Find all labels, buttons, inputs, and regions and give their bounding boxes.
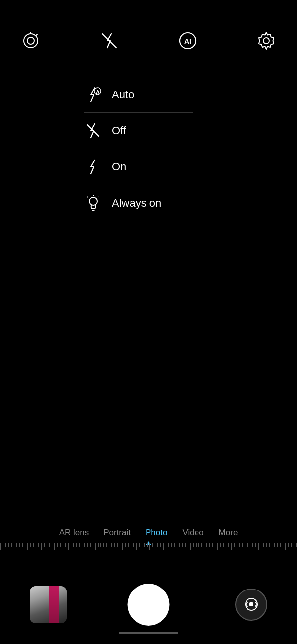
- tick: [95, 543, 96, 550]
- tick: [263, 543, 264, 547]
- svg-text:A: A: [96, 89, 99, 94]
- flip-camera-button[interactable]: [235, 589, 267, 621]
- tab-video[interactable]: Video: [182, 528, 203, 537]
- tick: [0, 543, 0, 550]
- tick: [163, 543, 163, 550]
- tick: [90, 543, 90, 547]
- tick: [133, 543, 134, 547]
- tick: [68, 543, 68, 550]
- tick: [111, 543, 112, 547]
- settings-icon[interactable]: [255, 30, 277, 52]
- tick: [215, 543, 215, 547]
- tick: [25, 543, 25, 547]
- tick: [152, 543, 152, 547]
- ai-icon[interactable]: AI: [177, 30, 198, 52]
- tick: [226, 543, 226, 547]
- flash-off-icon-topbar[interactable]: [99, 30, 120, 52]
- tick: [82, 543, 82, 550]
- ruler: // Generate ticks via JS (function() { c…: [0, 543, 297, 552]
- home-indicator: [119, 632, 178, 634]
- tick: [84, 543, 85, 547]
- thumbnail-preview: [30, 586, 67, 623]
- tick: [201, 543, 201, 547]
- tick: [258, 543, 258, 550]
- tab-more[interactable]: More: [219, 528, 238, 537]
- tick: [19, 543, 20, 547]
- tick: [166, 543, 166, 547]
- tick: [234, 543, 234, 547]
- tick: [27, 543, 28, 550]
- tick: [185, 543, 185, 547]
- tick: [44, 543, 44, 547]
- tick: [144, 543, 145, 547]
- tick: [30, 543, 31, 547]
- tick: [245, 543, 245, 550]
- tick: [280, 543, 280, 547]
- tick: [65, 543, 66, 547]
- tick: [106, 543, 106, 547]
- tick: [272, 543, 272, 550]
- tick: [212, 543, 212, 547]
- flash-off-menu-icon: [84, 122, 102, 140]
- tick: [38, 543, 39, 547]
- shutter-button[interactable]: [128, 584, 170, 626]
- tick: [190, 543, 191, 550]
- shutter-inner: [131, 587, 166, 622]
- flash-off-label: Off: [112, 124, 126, 137]
- flash-auto-icon: A A: [84, 86, 102, 104]
- tick: [33, 543, 33, 547]
- tick: [147, 543, 148, 547]
- tick: [122, 543, 123, 550]
- lens-icon[interactable]: [20, 30, 42, 52]
- tick: [5, 543, 6, 547]
- tick: [60, 543, 60, 547]
- tick: [288, 543, 289, 547]
- flash-always-on-option[interactable]: Always on: [84, 185, 193, 221]
- flash-on-icon: [84, 158, 102, 176]
- tick: [217, 543, 218, 550]
- tick: [296, 543, 297, 547]
- flash-auto-option[interactable]: A A Auto: [84, 77, 193, 113]
- tick: [120, 543, 120, 547]
- flash-menu: A A Auto Off On: [84, 77, 193, 221]
- tick: [198, 543, 199, 547]
- tick: [114, 543, 115, 547]
- tick: [261, 543, 261, 547]
- tick: [109, 543, 109, 550]
- flash-auto-label: Auto: [112, 88, 134, 101]
- flash-always-on-label: Always on: [112, 197, 161, 210]
- tick: [255, 543, 256, 547]
- tab-portrait[interactable]: Portrait: [103, 528, 131, 537]
- tick: [47, 543, 47, 547]
- tab-ar-lens[interactable]: AR lens: [59, 528, 89, 537]
- tick: [36, 543, 36, 547]
- tick: [269, 543, 269, 547]
- svg-point-0: [24, 34, 38, 48]
- flash-off-option[interactable]: Off: [84, 113, 193, 149]
- tick: [193, 543, 194, 547]
- tick: [41, 543, 42, 550]
- tick: [57, 543, 58, 547]
- tick: [142, 543, 142, 547]
- thumbnail-button[interactable]: [30, 586, 67, 623]
- tick: [237, 543, 237, 547]
- thumbnail-accent: [50, 586, 59, 623]
- tick: [79, 543, 79, 547]
- tick: [3, 543, 3, 547]
- flash-on-label: On: [112, 161, 126, 173]
- tick: [209, 543, 210, 547]
- tick: [206, 543, 207, 547]
- tick: [93, 543, 93, 547]
- tick: [239, 543, 240, 547]
- flash-on-option[interactable]: On: [84, 149, 193, 185]
- tick: [157, 543, 158, 547]
- tick: [73, 543, 74, 547]
- tick: [139, 543, 139, 547]
- tick: [168, 543, 169, 547]
- svg-line-17: [99, 197, 99, 197]
- tick: [52, 543, 52, 547]
- tick: [149, 543, 150, 550]
- tick: [188, 543, 188, 547]
- tick: [49, 543, 50, 547]
- tab-photo[interactable]: Photo: [146, 528, 167, 537]
